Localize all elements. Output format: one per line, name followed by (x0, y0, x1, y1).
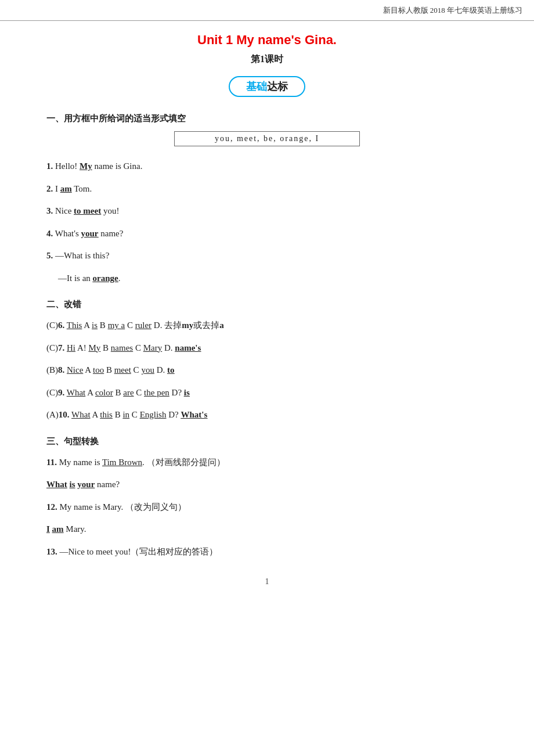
item7-d: Mary (143, 343, 163, 352)
exercise-item-3: 3. Nice to meet you! (46, 203, 488, 219)
item7-b: My (89, 343, 101, 352)
item8-a-sep: A (83, 365, 93, 375)
item10-correction: What's (181, 410, 207, 419)
item9-num: 9. (58, 388, 64, 397)
item7-c-sep: C (133, 343, 143, 352)
item10-b-sep: B (113, 410, 123, 419)
item6-content-b: is (92, 321, 98, 330)
item8-d: you (141, 365, 154, 375)
exercise-item-13: 13. —Nice to meet you!（写出相对应的答语） (46, 543, 488, 560)
item4-num: 4. (46, 229, 53, 238)
item2-num: 2. (46, 184, 53, 193)
item8-correction: to (167, 365, 175, 375)
item11-ans-end: name? (97, 480, 120, 489)
item8-num: 8. (58, 365, 64, 375)
item6-correction1: my (182, 321, 193, 330)
exercise-item-11: 11. My name is Tim Brown. （对画线部分提问） (46, 454, 488, 471)
item6-bc: B (98, 321, 108, 330)
item11-ans-is: is (70, 480, 75, 489)
item4-answer: your (81, 229, 99, 238)
item2-text-after: Tom. (72, 184, 92, 193)
item13-num: 13. (46, 547, 57, 556)
correction-item-10: (A)10. What A this B in C English D? Wha… (46, 406, 488, 423)
section3-title: 三、句型转换 (46, 436, 488, 447)
item1-answer: My (80, 161, 92, 171)
item10-c-sep: C (129, 410, 140, 419)
section2-title: 二、改错 (46, 299, 488, 310)
item7-a-sep: A! (75, 343, 89, 352)
item9-c: are (123, 388, 134, 397)
item10-c: in (122, 410, 129, 419)
item6-content-a: This (67, 321, 82, 330)
item10-prefix: (A) (46, 410, 59, 419)
badge-char1: 基础 (246, 81, 267, 92)
page-number: 1 (46, 577, 488, 586)
exercise-item-11-answer: What is your name? (46, 476, 488, 493)
item10-a: What (71, 410, 90, 419)
item9-a: What (67, 388, 85, 397)
item9-a-sep: A (85, 388, 95, 397)
item8-c: meet (114, 365, 131, 375)
header-bar: 新目标人教版 2018 年七年级英语上册练习 (0, 0, 534, 21)
item6-prefix: (C) (46, 321, 58, 330)
exercise-item-12: 12. My name is Mary. （改为同义句） (46, 499, 488, 516)
exercise-item-2: 2. I am Tom. (46, 181, 488, 197)
item9-c-sep: C (134, 388, 145, 397)
item4-text-after: name? (99, 229, 124, 238)
item8-c-sep: C (131, 365, 142, 375)
exercise-item-4: 4. What's your name? (46, 225, 488, 242)
item2-answer: am (60, 184, 72, 193)
item10-num: 10. (59, 410, 70, 419)
item5-answer: orange (93, 273, 118, 283)
item4-text-before: What's (55, 229, 81, 238)
item6-ab: A (82, 321, 92, 330)
item9-d-sep: D? (169, 388, 184, 397)
item9-b: color (95, 388, 113, 397)
item6-content-c: my a (108, 321, 125, 330)
badge-container: 基础达标 (46, 76, 488, 97)
exercise-item-12-answer: I am Mary. (46, 521, 488, 538)
item11-orig-before: My name is (59, 458, 102, 467)
item6-num: 6. (58, 321, 64, 330)
word-box: you, meet, be, orange, I (174, 131, 360, 146)
exercise-item-1: 1. Hello! My name is Gina. (46, 158, 488, 175)
item12-ans-am: am (52, 524, 64, 534)
correction-item-6: (C)6. This A is B my a C ruler D. 去掉my或去… (46, 317, 488, 334)
item11-ans-what: What (46, 480, 67, 489)
item8-b: too (93, 365, 104, 375)
content: Unit 1 My name's Gina. 第1课时 基础达标 一、用方框中所… (0, 21, 534, 621)
item12-ans-end: Mary. (66, 524, 86, 534)
correction-item-9: (C)9. What A color B are C the pen D? is (46, 384, 488, 401)
item7-b-sep: B (100, 343, 111, 352)
item3-text-after: you! (101, 206, 119, 215)
item11-num: 11. (46, 458, 57, 467)
item7-correction: name's (175, 343, 201, 352)
item1-text-before: Hello! (55, 161, 80, 171)
item11-note: （对画线部分提问） (147, 458, 225, 467)
item6-content-d: ruler (135, 321, 151, 330)
item9-b-sep: B (113, 388, 124, 397)
item10-d-sep: D? (166, 410, 181, 419)
sub-title: 第1课时 (46, 53, 488, 66)
item9-d: the pen (144, 388, 169, 397)
item3-num: 3. (46, 206, 53, 215)
item8-a: Nice (67, 365, 83, 375)
item5-num: 5. (46, 251, 53, 260)
item13-orig: —Nice to meet you!（写出相对应的答语） (60, 547, 218, 556)
item10-d: English (140, 410, 167, 419)
item9-prefix: (C) (46, 388, 58, 397)
main-title: Unit 1 My name's Gina. (46, 33, 488, 48)
item12-num: 12. (46, 502, 57, 512)
item5-line1: —What is this? (55, 251, 109, 260)
item8-b-sep: B (104, 365, 114, 375)
item6-cd: C (125, 321, 135, 330)
item10-b: this (100, 410, 113, 419)
item3-text-before: Nice (55, 206, 74, 215)
item6-correction-text: 去掉 (164, 321, 182, 330)
item7-d-sep: D. (162, 343, 172, 352)
exercise-item-5: 5. —What is this? (46, 247, 488, 264)
item7-prefix: (C) (46, 343, 58, 352)
header-title: 新目标人教版 2018 年七年级英语上册练习 (383, 5, 523, 16)
badge-char2: 达标 (267, 81, 288, 92)
item6-correction2: a (219, 321, 224, 330)
